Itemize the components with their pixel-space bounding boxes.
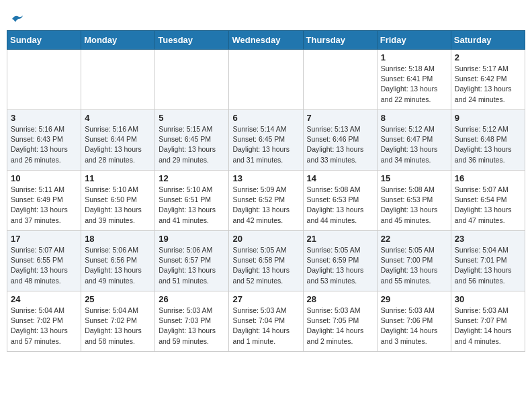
calendar-cell: 21Sunrise: 5:05 AM Sunset: 6:59 PM Dayli… xyxy=(303,231,377,291)
day-number: 2 xyxy=(455,52,521,62)
calendar-cell: 23Sunrise: 5:04 AM Sunset: 7:01 PM Dayli… xyxy=(451,231,525,291)
calendar-cell: 8Sunrise: 5:12 AM Sunset: 6:47 PM Daylig… xyxy=(377,110,451,171)
day-info: Sunrise: 5:03 AM Sunset: 7:04 PM Dayligh… xyxy=(232,306,299,347)
day-info: Sunrise: 5:12 AM Sunset: 6:47 PM Dayligh… xyxy=(381,124,447,165)
day-number: 15 xyxy=(381,173,447,183)
calendar-cell: 20Sunrise: 5:05 AM Sunset: 6:58 PM Dayli… xyxy=(229,231,303,291)
day-info: Sunrise: 5:07 AM Sunset: 6:55 PM Dayligh… xyxy=(11,245,77,286)
day-number: 9 xyxy=(455,113,521,123)
day-info: Sunrise: 5:11 AM Sunset: 6:49 PM Dayligh… xyxy=(11,185,77,226)
day-number: 17 xyxy=(11,234,77,244)
calendar-cell xyxy=(303,50,377,110)
day-number: 25 xyxy=(85,294,151,304)
day-info: Sunrise: 5:09 AM Sunset: 6:52 PM Dayligh… xyxy=(232,185,299,226)
calendar-cell: 27Sunrise: 5:03 AM Sunset: 7:04 PM Dayli… xyxy=(229,291,303,352)
day-number: 29 xyxy=(381,294,447,304)
day-info: Sunrise: 5:10 AM Sunset: 6:50 PM Dayligh… xyxy=(85,185,151,226)
logo-bird-icon xyxy=(11,13,24,24)
calendar-cell: 6Sunrise: 5:14 AM Sunset: 6:45 PM Daylig… xyxy=(229,110,303,171)
day-number: 18 xyxy=(85,234,151,244)
day-number: 26 xyxy=(159,294,225,304)
calendar-cell: 11Sunrise: 5:10 AM Sunset: 6:50 PM Dayli… xyxy=(81,171,155,231)
calendar-cell: 10Sunrise: 5:11 AM Sunset: 6:49 PM Dayli… xyxy=(7,171,81,231)
day-number: 1 xyxy=(381,52,447,62)
calendar-cell xyxy=(229,50,303,110)
day-info: Sunrise: 5:16 AM Sunset: 6:43 PM Dayligh… xyxy=(11,124,77,165)
calendar-cell: 5Sunrise: 5:15 AM Sunset: 6:45 PM Daylig… xyxy=(155,110,229,171)
day-info: Sunrise: 5:07 AM Sunset: 6:54 PM Dayligh… xyxy=(455,185,521,226)
day-info: Sunrise: 5:06 AM Sunset: 6:57 PM Dayligh… xyxy=(159,245,225,286)
calendar-cell: 25Sunrise: 5:04 AM Sunset: 7:02 PM Dayli… xyxy=(81,291,155,352)
day-info: Sunrise: 5:08 AM Sunset: 6:53 PM Dayligh… xyxy=(307,185,373,226)
day-info: Sunrise: 5:03 AM Sunset: 7:03 PM Dayligh… xyxy=(159,306,225,347)
calendar-week-4: 17Sunrise: 5:07 AM Sunset: 6:55 PM Dayli… xyxy=(7,231,525,291)
day-number: 6 xyxy=(232,113,299,123)
calendar-header-row: SundayMondayTuesdayWednesdayThursdayFrid… xyxy=(7,31,525,50)
day-number: 19 xyxy=(159,234,225,244)
day-number: 10 xyxy=(11,173,77,183)
day-info: Sunrise: 5:18 AM Sunset: 6:41 PM Dayligh… xyxy=(381,64,447,105)
logo xyxy=(9,11,24,25)
day-info: Sunrise: 5:12 AM Sunset: 6:48 PM Dayligh… xyxy=(455,124,521,165)
day-number: 11 xyxy=(85,173,151,183)
calendar-cell: 18Sunrise: 5:06 AM Sunset: 6:56 PM Dayli… xyxy=(81,231,155,291)
day-number: 27 xyxy=(232,294,299,304)
day-info: Sunrise: 5:03 AM Sunset: 7:07 PM Dayligh… xyxy=(455,306,521,347)
day-info: Sunrise: 5:05 AM Sunset: 6:59 PM Dayligh… xyxy=(307,245,373,286)
calendar-cell: 14Sunrise: 5:08 AM Sunset: 6:53 PM Dayli… xyxy=(303,171,377,231)
calendar-cell: 15Sunrise: 5:08 AM Sunset: 6:53 PM Dayli… xyxy=(377,171,451,231)
day-info: Sunrise: 5:05 AM Sunset: 6:58 PM Dayligh… xyxy=(232,245,299,286)
calendar-cell: 3Sunrise: 5:16 AM Sunset: 6:43 PM Daylig… xyxy=(7,110,81,171)
day-number: 21 xyxy=(307,234,373,244)
calendar-week-5: 24Sunrise: 5:04 AM Sunset: 7:02 PM Dayli… xyxy=(7,291,525,352)
day-number: 20 xyxy=(232,234,299,244)
day-info: Sunrise: 5:14 AM Sunset: 6:45 PM Dayligh… xyxy=(232,124,299,165)
day-info: Sunrise: 5:04 AM Sunset: 7:01 PM Dayligh… xyxy=(455,245,521,286)
day-number: 13 xyxy=(232,173,299,183)
calendar-week-3: 10Sunrise: 5:11 AM Sunset: 6:49 PM Dayli… xyxy=(7,171,525,231)
calendar-week-2: 3Sunrise: 5:16 AM Sunset: 6:43 PM Daylig… xyxy=(7,110,525,171)
col-header-thursday: Thursday xyxy=(303,31,377,50)
calendar-cell: 4Sunrise: 5:16 AM Sunset: 6:44 PM Daylig… xyxy=(81,110,155,171)
calendar-cell: 16Sunrise: 5:07 AM Sunset: 6:54 PM Dayli… xyxy=(451,171,525,231)
day-number: 4 xyxy=(85,113,151,123)
day-info: Sunrise: 5:13 AM Sunset: 6:46 PM Dayligh… xyxy=(307,124,373,165)
day-number: 23 xyxy=(455,234,521,244)
col-header-wednesday: Wednesday xyxy=(229,31,303,50)
calendar-cell: 7Sunrise: 5:13 AM Sunset: 6:46 PM Daylig… xyxy=(303,110,377,171)
day-number: 28 xyxy=(307,294,373,304)
day-info: Sunrise: 5:04 AM Sunset: 7:02 PM Dayligh… xyxy=(85,306,151,347)
col-header-monday: Monday xyxy=(81,31,155,50)
day-info: Sunrise: 5:03 AM Sunset: 7:06 PM Dayligh… xyxy=(381,306,447,347)
day-info: Sunrise: 5:15 AM Sunset: 6:45 PM Dayligh… xyxy=(159,124,225,165)
day-number: 30 xyxy=(455,294,521,304)
day-info: Sunrise: 5:16 AM Sunset: 6:44 PM Dayligh… xyxy=(85,124,151,165)
calendar-cell xyxy=(7,50,81,110)
day-number: 22 xyxy=(381,234,447,244)
calendar-cell: 22Sunrise: 5:05 AM Sunset: 7:00 PM Dayli… xyxy=(377,231,451,291)
calendar-cell: 1Sunrise: 5:18 AM Sunset: 6:41 PM Daylig… xyxy=(377,50,451,110)
day-number: 14 xyxy=(307,173,373,183)
col-header-tuesday: Tuesday xyxy=(155,31,229,50)
day-info: Sunrise: 5:17 AM Sunset: 6:42 PM Dayligh… xyxy=(455,64,521,105)
calendar-cell xyxy=(155,50,229,110)
col-header-friday: Friday xyxy=(377,31,451,50)
calendar-cell: 12Sunrise: 5:10 AM Sunset: 6:51 PM Dayli… xyxy=(155,171,229,231)
col-header-saturday: Saturday xyxy=(451,31,525,50)
day-number: 7 xyxy=(307,113,373,123)
calendar-cell: 19Sunrise: 5:06 AM Sunset: 6:57 PM Dayli… xyxy=(155,231,229,291)
calendar-cell: 17Sunrise: 5:07 AM Sunset: 6:55 PM Dayli… xyxy=(7,231,81,291)
day-info: Sunrise: 5:05 AM Sunset: 7:00 PM Dayligh… xyxy=(381,245,447,286)
calendar-cell: 13Sunrise: 5:09 AM Sunset: 6:52 PM Dayli… xyxy=(229,171,303,231)
calendar-week-1: 1Sunrise: 5:18 AM Sunset: 6:41 PM Daylig… xyxy=(7,50,525,110)
page-header xyxy=(7,7,525,25)
calendar-cell: 26Sunrise: 5:03 AM Sunset: 7:03 PM Dayli… xyxy=(155,291,229,352)
day-number: 5 xyxy=(159,113,225,123)
calendar-cell: 24Sunrise: 5:04 AM Sunset: 7:02 PM Dayli… xyxy=(7,291,81,352)
calendar-cell: 28Sunrise: 5:03 AM Sunset: 7:05 PM Dayli… xyxy=(303,291,377,352)
day-info: Sunrise: 5:03 AM Sunset: 7:05 PM Dayligh… xyxy=(307,306,373,347)
calendar-cell: 30Sunrise: 5:03 AM Sunset: 7:07 PM Dayli… xyxy=(451,291,525,352)
day-info: Sunrise: 5:10 AM Sunset: 6:51 PM Dayligh… xyxy=(159,185,225,226)
day-number: 3 xyxy=(11,113,77,123)
day-number: 24 xyxy=(11,294,77,304)
